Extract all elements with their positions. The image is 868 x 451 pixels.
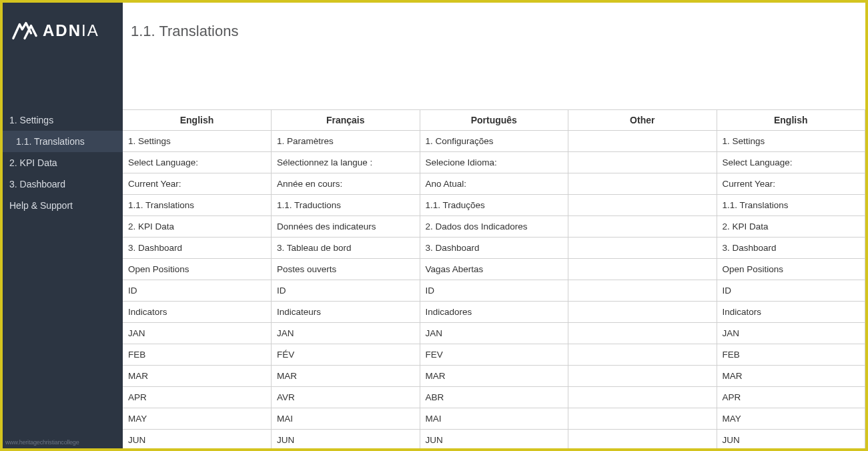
table-cell[interactable] xyxy=(568,259,717,280)
table-cell[interactable] xyxy=(568,195,717,216)
table-cell[interactable]: Select Language: xyxy=(717,152,865,173)
table-cell[interactable]: Selecione Idioma: xyxy=(420,152,568,173)
logo-area: ADNIA xyxy=(3,3,123,109)
sidebar: ADNIA 1. Settings1.1. Translations2. KPI… xyxy=(3,3,123,448)
table-cell[interactable]: 3. Dashboard xyxy=(123,238,272,259)
table-row: MARMARMARMAR xyxy=(123,366,865,387)
table-cell[interactable]: MAI xyxy=(420,408,568,430)
logo-icon xyxy=(12,21,37,40)
table-cell[interactable] xyxy=(568,344,717,366)
table-cell[interactable]: 1.1. Traduções xyxy=(420,195,568,216)
table-cell[interactable] xyxy=(568,323,717,344)
table-cell[interactable]: APR xyxy=(717,387,865,408)
translations-table: EnglishFrançaisPortuguêsOtherEnglish 1. … xyxy=(123,109,865,448)
table-row: 1.1. Translations1.1. Traductions1.1. Tr… xyxy=(123,195,865,216)
table-cell[interactable]: 3. Dashboard xyxy=(420,238,568,259)
sidebar-item-0[interactable]: 1. Settings xyxy=(3,109,123,131)
table-cell[interactable]: MAY xyxy=(717,408,865,430)
sidebar-item-4[interactable]: Help & Support xyxy=(3,195,123,216)
watermark: www.heritagechristiancollege xyxy=(3,436,123,448)
table-cell[interactable]: MAY xyxy=(123,408,272,430)
table-cell[interactable]: ABR xyxy=(420,387,568,408)
table-cell[interactable]: JAN xyxy=(420,323,568,344)
table-cell[interactable] xyxy=(568,387,717,408)
logo-text: ADNIA xyxy=(43,21,99,40)
table-cell[interactable]: ID xyxy=(272,280,420,302)
table-cell[interactable]: JAN xyxy=(717,323,865,344)
sidebar-item-1[interactable]: 1.1. Translations xyxy=(3,131,123,152)
table-cell[interactable] xyxy=(568,430,717,449)
table-cell[interactable]: Open Positions xyxy=(123,259,272,280)
table-cell[interactable]: JUN xyxy=(717,430,865,449)
table-header-3: Other xyxy=(568,110,717,131)
table-row: 3. Dashboard3. Tableau de bord3. Dashboa… xyxy=(123,238,865,259)
table-cell[interactable]: FEB xyxy=(123,344,272,366)
table-cell[interactable] xyxy=(568,408,717,430)
table-cell[interactable]: Sélectionnez la langue : xyxy=(272,152,420,173)
table-cell[interactable]: Ano Atual: xyxy=(420,173,568,195)
table-cell[interactable]: 1.1. Traductions xyxy=(272,195,420,216)
table-cell[interactable]: JAN xyxy=(272,323,420,344)
table-cell[interactable] xyxy=(568,173,717,195)
table-cell[interactable] xyxy=(568,216,717,238)
table-cell[interactable]: Année en cours: xyxy=(272,173,420,195)
table-cell[interactable]: 1.1. Translations xyxy=(717,195,865,216)
table-cell[interactable]: 1. Configurações xyxy=(420,131,568,152)
table-cell[interactable]: JUN xyxy=(420,430,568,449)
table-cell[interactable]: FÉV xyxy=(272,344,420,366)
table-cell[interactable] xyxy=(568,366,717,387)
table-cell[interactable]: MAR xyxy=(717,366,865,387)
table-cell[interactable] xyxy=(568,280,717,302)
table-cell[interactable]: Select Language: xyxy=(123,152,272,173)
table-cell[interactable]: Indicators xyxy=(123,302,272,323)
table-cell[interactable]: Current Year: xyxy=(123,173,272,195)
table-cell[interactable]: MAR xyxy=(123,366,272,387)
table-row: JUNJUNJUNJUN xyxy=(123,430,865,449)
sidebar-item-3[interactable]: 3. Dashboard xyxy=(3,173,123,195)
table-cell[interactable]: 2. KPI Data xyxy=(123,216,272,238)
table-row: 2. KPI DataDonnées des indicateurs2. Dad… xyxy=(123,216,865,238)
table-cell[interactable]: Indicateurs xyxy=(272,302,420,323)
table-cell[interactable]: Open Positions xyxy=(717,259,865,280)
header: 1.1. Translations xyxy=(123,3,865,109)
table-cell[interactable]: MAR xyxy=(420,366,568,387)
table-cell[interactable]: 1. Paramètres xyxy=(272,131,420,152)
table-cell[interactable]: 1.1. Translations xyxy=(123,195,272,216)
table-row: 1. Settings1. Paramètres1. Configurações… xyxy=(123,131,865,152)
table-cell[interactable]: Indicadores xyxy=(420,302,568,323)
table-cell[interactable]: MAI xyxy=(272,408,420,430)
table-row: APRAVRABRAPR xyxy=(123,387,865,408)
table-cell[interactable]: 2. KPI Data xyxy=(717,216,865,238)
table-cell[interactable]: JUN xyxy=(123,430,272,449)
table-cell[interactable]: APR xyxy=(123,387,272,408)
table-cell[interactable] xyxy=(568,152,717,173)
table-cell[interactable]: Vagas Abertas xyxy=(420,259,568,280)
sidebar-item-2[interactable]: 2. KPI Data xyxy=(3,152,123,173)
table-cell[interactable]: Current Year: xyxy=(717,173,865,195)
table-cell[interactable] xyxy=(568,238,717,259)
table-row: JANJANJANJAN xyxy=(123,323,865,344)
table-cell[interactable]: FEB xyxy=(717,344,865,366)
table-cell[interactable]: 3. Tableau de bord xyxy=(272,238,420,259)
table-cell[interactable]: FEV xyxy=(420,344,568,366)
table-cell[interactable]: Données des indicateurs xyxy=(272,216,420,238)
table-cell[interactable]: JUN xyxy=(272,430,420,449)
page-title: 1.1. Translations xyxy=(131,23,857,40)
table-cell[interactable]: ID xyxy=(717,280,865,302)
table-row: IndicatorsIndicateursIndicadoresIndicato… xyxy=(123,302,865,323)
table-cell[interactable]: ID xyxy=(420,280,568,302)
table-cell[interactable]: 1. Settings xyxy=(123,131,272,152)
table-cell[interactable]: 3. Dashboard xyxy=(717,238,865,259)
table-cell[interactable]: JAN xyxy=(123,323,272,344)
table-row: Open PositionsPostes ouvertsVagas Aberta… xyxy=(123,259,865,280)
table-row: MAYMAIMAIMAY xyxy=(123,408,865,430)
table-cell[interactable]: ID xyxy=(123,280,272,302)
table-cell[interactable]: Postes ouverts xyxy=(272,259,420,280)
table-cell[interactable] xyxy=(568,131,717,152)
table-cell[interactable] xyxy=(568,302,717,323)
table-cell[interactable]: 2. Dados dos Indicadores xyxy=(420,216,568,238)
table-cell[interactable]: 1. Settings xyxy=(717,131,865,152)
table-cell[interactable]: Indicators xyxy=(717,302,865,323)
table-cell[interactable]: MAR xyxy=(272,366,420,387)
table-cell[interactable]: AVR xyxy=(272,387,420,408)
